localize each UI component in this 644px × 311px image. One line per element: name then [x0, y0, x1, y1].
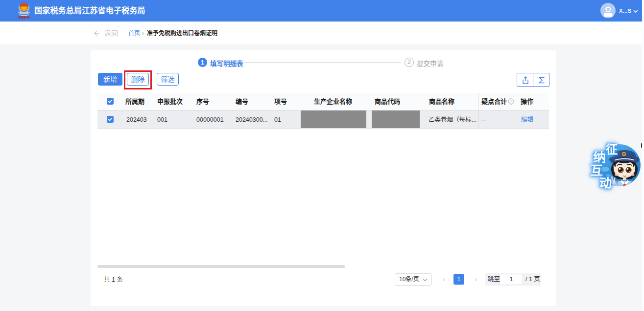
svg-text:i: i [511, 99, 512, 104]
svg-text:中国税务: 中国税务 [18, 16, 30, 19]
